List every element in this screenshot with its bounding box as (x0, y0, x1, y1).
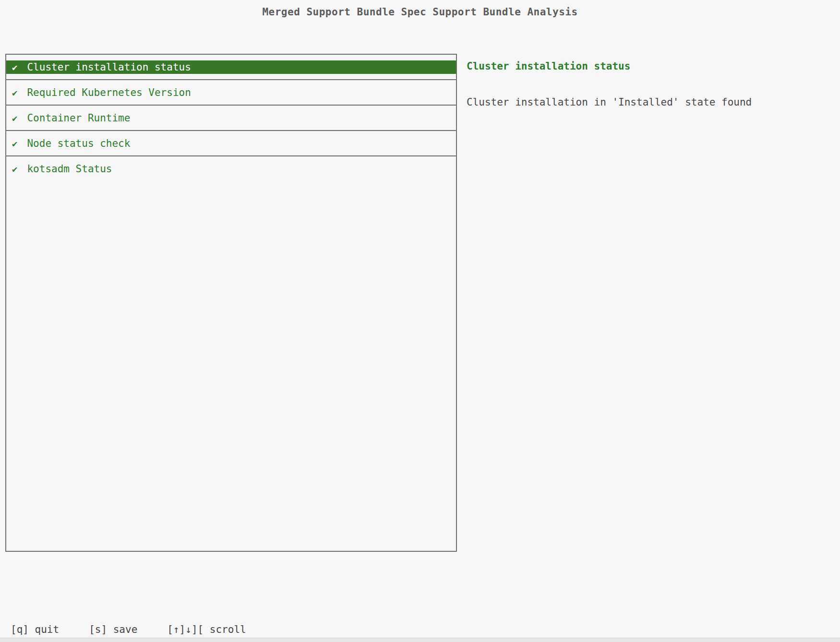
detail-heading: Cluster installation status (467, 59, 630, 73)
check-icon: ✔ (12, 137, 17, 150)
selected-row-highlight: ✔Cluster installation status (6, 60, 456, 74)
scroll-key-hint: [↑]↓][ scroll (167, 623, 246, 636)
analyzer-list-panel: ✔Cluster installation status✔Required Ku… (5, 54, 457, 552)
detail-message: Cluster installation in 'Installed' stat… (467, 95, 752, 109)
row-content: ✔Container Runtime (6, 111, 456, 125)
row-content: ✔Node status check (6, 137, 456, 150)
list-item-4[interactable]: ✔kotsadm Status (6, 156, 456, 181)
list-item-0[interactable]: ✔Cluster installation status (6, 55, 456, 80)
list-item-label: kotsadm Status (27, 162, 112, 176)
page-title: Merged Support Bundle Spec Support Bundl… (0, 5, 840, 19)
row-content: ✔kotsadm Status (6, 162, 456, 176)
list-item-label: Container Runtime (27, 111, 130, 125)
analyzer-list: ✔Cluster installation status✔Required Ku… (6, 55, 456, 181)
check-icon: ✔ (12, 60, 17, 74)
check-icon: ✔ (12, 111, 17, 125)
list-item-2[interactable]: ✔Container Runtime (6, 106, 456, 131)
list-item-label: Cluster installation status (27, 60, 191, 74)
check-icon: ✔ (12, 86, 17, 99)
list-item-label: Required Kubernetes Version (27, 86, 191, 99)
row-content: ✔Required Kubernetes Version (6, 86, 456, 99)
list-item-label: Node status check (27, 137, 130, 150)
save-key-hint: [s] save (89, 623, 137, 636)
window-bottom-edge (0, 638, 840, 642)
list-item-3[interactable]: ✔Node status check (6, 131, 456, 156)
footer-keybar: [q] quit [s] save [↑]↓][ scroll (11, 623, 246, 636)
check-icon: ✔ (12, 162, 17, 176)
list-item-1[interactable]: ✔Required Kubernetes Version (6, 80, 456, 106)
quit-key-hint: [q] quit (11, 623, 59, 636)
